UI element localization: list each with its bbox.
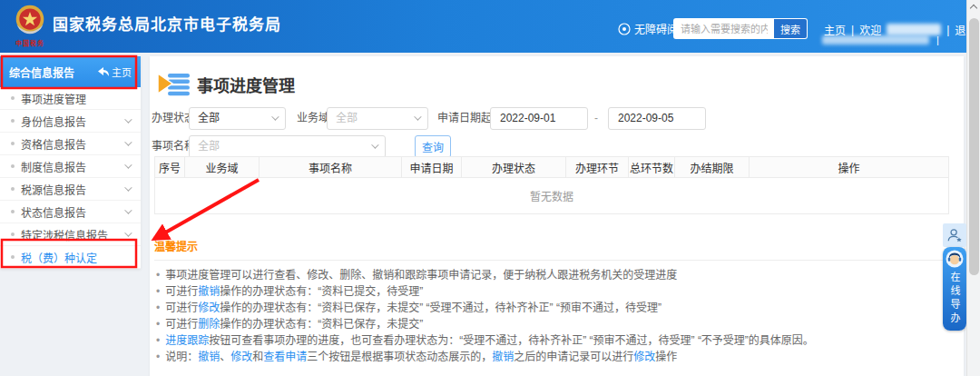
chevron-down-icon xyxy=(124,229,132,236)
sidebar-item-label: 资格信息报告 xyxy=(21,136,86,152)
sidebar-item-label: 身份信息报告 xyxy=(21,114,86,129)
sidebar-item-7[interactable]: 税（费）种认定 xyxy=(0,246,141,269)
tip-link: 进度跟踪 xyxy=(165,334,209,347)
bullet-icon: • xyxy=(156,285,160,298)
customer-service-avatar-icon xyxy=(946,250,964,268)
user-service-widget[interactable] xyxy=(943,223,966,247)
status-select[interactable]: 全部 xyxy=(189,107,286,130)
chevron-down-icon xyxy=(124,115,132,123)
chevron-down-icon xyxy=(124,161,132,168)
table-header-cell: 办理环节 xyxy=(566,157,629,178)
sidebar-home-label: 主页 xyxy=(112,64,132,79)
tip-text-segment: 可进行 xyxy=(165,318,198,331)
tax-bureau-logo: 中国税务 xyxy=(12,4,48,47)
tip-link: 查看申请 xyxy=(263,351,307,363)
tip-item: •可进行删除操作的办理状态有：“资料已保存，未提交” xyxy=(154,318,949,331)
bullet-icon: • xyxy=(156,318,160,331)
sidebar-item-6[interactable]: 特定涉税信息报告 xyxy=(0,223,141,246)
empty-state: 暂无数据 xyxy=(155,178,949,214)
page-title-row: 事项进度管理 xyxy=(157,73,295,96)
table-header-cell: 办结期限 xyxy=(675,157,750,178)
tip-link: 修改 xyxy=(198,302,220,314)
page-title: 事项进度管理 xyxy=(197,73,295,96)
table-header-cell: 业务域 xyxy=(185,157,260,178)
table-header-cell: 序号 xyxy=(155,157,185,178)
chevron-down-icon xyxy=(371,141,378,148)
chevron-down-icon xyxy=(124,138,132,145)
table-header-cell: 操作 xyxy=(750,157,949,178)
sidebar-item-1[interactable]: 身份信息报告 xyxy=(0,110,141,133)
tip-item: •事项进度管理可以进行查看、修改、删除、撤销和跟踪事项申请记录，便于纳税人跟进税… xyxy=(154,269,949,282)
accessibility-eye-icon xyxy=(618,23,631,35)
company-name-redacted xyxy=(822,35,929,45)
tips-title: 温馨提示 xyxy=(154,238,949,253)
bullet-icon: • xyxy=(156,351,160,363)
date-from-input[interactable]: 2022-09-01 xyxy=(490,107,588,130)
chevron-down-icon xyxy=(124,183,132,191)
tip-text-segment: 操作的办理状态有：“资料已保存，未提交” xyxy=(220,318,423,331)
page-title-icon xyxy=(157,73,191,96)
table-empty-row: 暂无数据 xyxy=(155,178,949,214)
tip-link: 撤销 xyxy=(198,351,220,363)
tip-link: 删除 xyxy=(198,318,220,331)
emblem-caption: 中国税务 xyxy=(12,38,48,47)
sidebar-item-2[interactable]: 资格信息报告 xyxy=(0,133,141,155)
table-header-cell: 事项名称 xyxy=(260,157,402,178)
tips-divider xyxy=(154,260,949,261)
search-button[interactable]: 搜索 xyxy=(774,19,807,38)
domain-select[interactable]: 全部 xyxy=(327,107,428,130)
tip-text: 可进行删除操作的办理状态有：“资料已保存，未提交” xyxy=(165,318,423,331)
date-separator: - xyxy=(594,107,598,130)
online-guide-widget[interactable]: 在线导办 xyxy=(943,247,966,331)
sidebar-item-0[interactable]: 事项进度管理 xyxy=(0,87,141,110)
sidebar-home-link[interactable]: 主页 xyxy=(98,64,132,79)
sidebar-header: 综合信息报告 主页 xyxy=(0,56,141,87)
bullet-icon xyxy=(11,255,15,259)
sidebar-item-3[interactable]: 制度信息报告 xyxy=(0,155,141,178)
tips-section: 温馨提示 •事项进度管理可以进行查看、修改、删除、撤销和跟踪事项申请记录，便于纳… xyxy=(154,238,949,367)
tip-text-segment: 按钮可查看事项办理的进度，也可查看办理状态为：“受理不通过，待补齐补正” “预审… xyxy=(209,334,814,347)
scrollbar-up-arrow-icon[interactable] xyxy=(970,5,977,12)
tip-text: 可进行修改操作的办理状态有：“资料已保存，未提交” “受理不通过，待补齐补正” … xyxy=(165,302,662,314)
bullet-icon xyxy=(11,164,15,168)
table-header-cell: 办理状态 xyxy=(462,157,566,178)
chevron-down-icon xyxy=(414,113,421,120)
page-scrollbar[interactable] xyxy=(966,0,980,376)
chevron-down-icon xyxy=(124,206,132,213)
tip-text-segment: 事项进度管理可以进行查看、修改、删除、撤销和跟踪事项申请记录，便于纳税人跟进税务… xyxy=(165,269,677,282)
item-name-select[interactable]: 全部 xyxy=(189,135,386,158)
item-name-value: 全部 xyxy=(198,140,220,153)
bullet-icon: • xyxy=(156,269,160,282)
bullet-icon xyxy=(11,210,15,213)
tip-item: •说明：撤销、修改和查看申请三个按钮是根据事项状态动态展示的，撤销之后的申请记录… xyxy=(154,351,949,363)
tip-link: 修改 xyxy=(633,351,655,363)
table-header-cell: 总环节数 xyxy=(629,157,675,178)
scrollbar-thumb[interactable] xyxy=(969,18,979,275)
chevron-down-icon xyxy=(271,113,279,120)
table-header-row: 序号业务域事项名称申请日期办理状态办理环节总环节数办结期限操作 xyxy=(155,157,949,178)
header-nav-line2: | xyxy=(822,35,939,45)
bullet-icon xyxy=(11,142,15,145)
top-header: 中国税务 国家税务总局北京市电子税务局 无障碍阅读 搜索 主页 | 欢迎 | 退… xyxy=(0,0,980,53)
site-title: 国家税务总局北京市电子税务局 xyxy=(53,0,281,51)
query-button[interactable]: 查询 xyxy=(415,135,451,158)
bullet-icon: • xyxy=(156,302,160,314)
tip-text: 进度跟踪按钮可查看事项办理的进度，也可查看办理状态为：“受理不通过，待补齐补正”… xyxy=(165,334,814,347)
sidebar-title: 综合信息报告 xyxy=(9,64,74,80)
divider: | xyxy=(946,24,949,36)
sidebar-item-5[interactable]: 状态信息报告 xyxy=(0,201,141,223)
tip-text-segment: 、 xyxy=(220,351,230,363)
tip-item: •进度跟踪按钮可查看事项办理的进度，也可查看办理状态为：“受理不通过，待补齐补正… xyxy=(154,334,949,347)
back-arrow-icon xyxy=(98,67,109,76)
date-to-input[interactable]: 2022-09-05 xyxy=(608,107,706,130)
sidebar-item-4[interactable]: 税源信息报告 xyxy=(0,178,141,201)
divider: | xyxy=(936,35,939,45)
online-guide-label: 在线导办 xyxy=(947,272,962,326)
sidebar: 综合信息报告 主页 事项进度管理身份信息报告资格信息报告制度信息报告税源信息报告… xyxy=(0,56,141,269)
sidebar-item-label: 状态信息报告 xyxy=(21,204,86,220)
tip-text-segment: 操作的办理状态有：“资料已提交，待受理” xyxy=(220,285,423,298)
bullet-icon xyxy=(11,233,15,236)
search-input[interactable] xyxy=(674,19,774,38)
bullet-icon xyxy=(11,119,15,123)
tip-text-segment: 可进行 xyxy=(165,285,198,298)
